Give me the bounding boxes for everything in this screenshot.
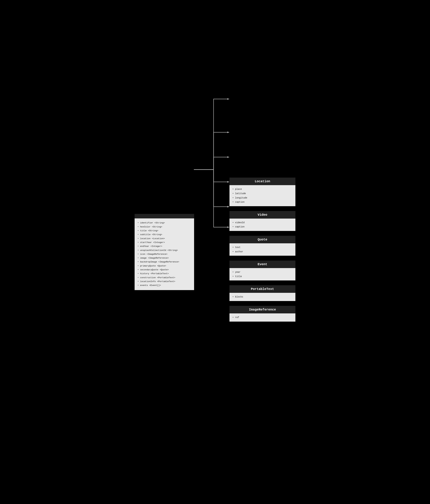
box-event-fields: yeartitle — [232, 270, 293, 279]
wonder-field-item: locationInfo <PortableText> — [137, 280, 191, 284]
box-location-inner: Locationplacelatitudelongitudecaption — [229, 178, 295, 206]
wonder-box: identifier <String>hexColor <String>titl… — [135, 214, 194, 290]
arrow-head-4 — [227, 206, 229, 207]
box-quote-body: textauthor — [229, 243, 295, 256]
field-item: title — [232, 274, 293, 279]
field-item: caption — [232, 225, 293, 229]
box-quote-inner: Quotetextauthor — [229, 236, 295, 256]
wonder-field-item: history <PortableText> — [137, 272, 191, 276]
svg-connectors-svg — [194, 170, 229, 334]
wonder-field-item: startYear <Integer> — [137, 241, 191, 244]
field-item: blocks — [232, 295, 293, 299]
wonder-field-item: identifier <String> — [137, 221, 191, 225]
wonder-field-item: subtitle <String> — [137, 233, 191, 237]
box-location-fields: placelatitudelongitudecaption — [232, 187, 293, 204]
wonder-field-item: events <Event[]> — [137, 284, 191, 287]
wonder-field-item: location <Location> — [137, 237, 191, 241]
box-video-title: Video — [229, 211, 295, 219]
wonder-field-item: title <String> — [137, 229, 191, 233]
box-imagereference: ImageReferenceref — [229, 306, 295, 322]
box-video-fields: videoIdcaption — [232, 220, 293, 229]
box-portabletext: PortableTextblocks — [229, 285, 295, 301]
connector-line-1 — [194, 132, 227, 170]
box-event-title: Event — [229, 261, 295, 268]
wonder-field-item: icon <ImageReference> — [137, 252, 191, 256]
arrow-head-1 — [227, 132, 229, 133]
box-event: Eventyeartitle — [229, 261, 295, 280]
arrow-head-2 — [227, 156, 229, 158]
box-portabletext-inner: PortableTextblocks — [229, 285, 295, 301]
wonder-field-item: endYear <Integer> — [137, 244, 191, 248]
wonder-box-title — [135, 214, 194, 218]
connector-line-3 — [194, 170, 227, 182]
wonder-field-item: primaryQuote <Quote> — [137, 264, 191, 268]
box-portabletext-title: PortableText — [229, 285, 295, 293]
arrow-head-0 — [227, 98, 229, 100]
box-video-body: videoIdcaption — [229, 219, 295, 231]
connector-line-4 — [194, 170, 227, 207]
field-item: author — [232, 250, 293, 254]
field-item: text — [232, 245, 293, 250]
wonder-field-item: image <ImageReference> — [137, 256, 191, 260]
arrow-head-3 — [227, 181, 229, 183]
wonder-box-body: identifier <String>hexColor <String>titl… — [135, 218, 194, 290]
box-quote-title: Quote — [229, 236, 295, 243]
box-portabletext-body: blocks — [229, 293, 295, 301]
box-quote: Quotetextauthor — [229, 236, 295, 256]
connector-area — [194, 170, 229, 334]
box-imagereference-inner: ImageReferenceref — [229, 306, 295, 322]
box-location-body: placelatitudelongitudecaption — [229, 185, 295, 206]
field-item: longitude — [232, 196, 293, 200]
box-quote-fields: textauthor — [232, 245, 293, 254]
connector-line-2 — [194, 157, 227, 170]
arrow-head-5 — [227, 226, 229, 228]
field-item: latitude — [232, 191, 293, 196]
field-item: videoId — [232, 220, 293, 225]
diagram-container: identifier <String>hexColor <String>titl… — [135, 170, 295, 334]
field-item: ref — [232, 315, 293, 320]
box-video-inner: VideovideoIdcaption — [229, 211, 295, 231]
box-event-body: yeartitle — [229, 268, 295, 280]
field-item: place — [232, 187, 293, 191]
box-imagereference-fields: ref — [232, 315, 293, 320]
box-imagereference-title: ImageReference — [229, 306, 295, 313]
wonder-field-item: secondaryQuote <Quote> — [137, 268, 191, 272]
box-location: Locationplacelatitudelongitudecaption — [229, 178, 295, 206]
wonder-field-item: backdropImage <ImageReference> — [137, 260, 191, 264]
wonder-field-item: construction <PortableText> — [137, 276, 191, 280]
box-video: VideovideoIdcaption — [229, 211, 295, 231]
box-imagereference-body: ref — [229, 313, 295, 322]
wonder-field-item: hexColor <String> — [137, 225, 191, 229]
field-item: caption — [232, 200, 293, 204]
right-column: LocationplacelatitudelongitudecaptionVid… — [229, 178, 295, 326]
box-event-inner: Eventyeartitle — [229, 261, 295, 280]
connector-line-0 — [194, 99, 227, 170]
wonder-fields-list: identifier <String>hexColor <String>titl… — [137, 221, 191, 287]
connector-line-5 — [194, 170, 227, 227]
field-item: year — [232, 270, 293, 274]
wonder-field-item: unsplashCollectionId <String> — [137, 248, 191, 252]
box-portabletext-fields: blocks — [232, 295, 293, 299]
box-location-title: Location — [229, 178, 295, 185]
